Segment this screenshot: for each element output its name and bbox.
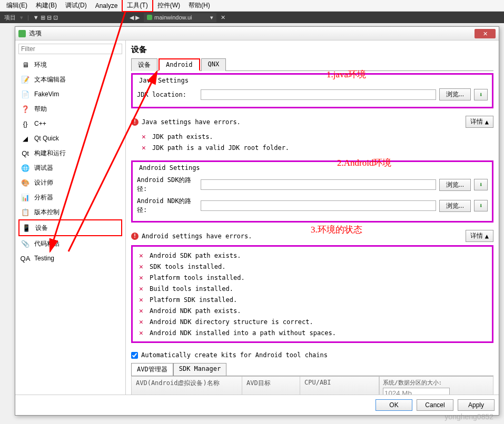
sidebar-icon: ◢ bbox=[21, 134, 30, 143]
menu-debug[interactable]: 调试(D) bbox=[61, 0, 91, 11]
ndk-label: Android NDK的路径: bbox=[137, 197, 197, 215]
check-item: ✕Android NDK directory structure is corr… bbox=[139, 316, 488, 327]
ok-button[interactable]: OK bbox=[375, 399, 412, 411]
sidebar-label: 分析器 bbox=[34, 193, 53, 202]
sidebar-item-3[interactable]: ❓帮助 bbox=[18, 102, 122, 116]
sidebar-label: Qt Quick bbox=[34, 135, 59, 142]
sidebar-item-11[interactable]: 📱设备 bbox=[18, 219, 122, 236]
sidebar-item-2[interactable]: 📄FakeVim bbox=[18, 87, 122, 102]
dialog-buttons: OK Cancel Apply bbox=[15, 395, 499, 415]
sidebar-label: 文本编辑器 bbox=[34, 75, 66, 84]
jdk-download-button[interactable]: ⬇ bbox=[474, 89, 488, 100]
sidebar-label: 代码粘贴 bbox=[34, 239, 60, 248]
check-item: ✕SDK tools installed. bbox=[139, 261, 488, 272]
sidebar-item-13[interactable]: QATesting bbox=[18, 251, 122, 266]
sidebar-item-4[interactable]: {}C++ bbox=[18, 116, 122, 131]
sdk-browse-button[interactable]: 浏览... bbox=[439, 179, 471, 191]
file-tab[interactable]: mainwindow.ui ▾ bbox=[144, 13, 216, 22]
x-icon: ✕ bbox=[139, 251, 145, 259]
menu-help[interactable]: 帮助(H) bbox=[184, 0, 214, 11]
sidebar-label: 构建和运行 bbox=[34, 149, 66, 158]
java-section: Java Settings JDK location: 浏览... ⬇ bbox=[131, 73, 493, 108]
sidebar-label: 调试器 bbox=[34, 164, 53, 173]
java-section-title: Java Settings bbox=[137, 77, 191, 84]
ndk-download-button[interactable]: ⬇ bbox=[474, 200, 488, 211]
sidebar-icon: 📊 bbox=[21, 193, 30, 202]
sidebar-item-5[interactable]: ◢Qt Quick bbox=[18, 131, 122, 146]
sidebar-icon: 📋 bbox=[21, 207, 30, 217]
jdk-browse-button[interactable]: 浏览... bbox=[439, 88, 471, 100]
sidebar-icon: 📝 bbox=[21, 75, 30, 84]
sidebar-label: 环境 bbox=[34, 60, 47, 69]
filter-input[interactable] bbox=[18, 44, 122, 54]
sidebar-item-0[interactable]: 🖥环境 bbox=[18, 57, 122, 72]
ui-file-icon bbox=[147, 15, 152, 20]
check-item: ✕Platform SDK installed. bbox=[139, 294, 488, 305]
tab-devices[interactable]: 设备 bbox=[131, 58, 157, 71]
close-button[interactable]: ✕ bbox=[475, 29, 496, 38]
sidebar-label: 帮助 bbox=[34, 105, 47, 114]
sidebar-label: Testing bbox=[34, 255, 54, 262]
sidebar-label: 设备 bbox=[35, 224, 48, 233]
page-title: 设备 bbox=[131, 45, 493, 55]
sidebar-icon: QA bbox=[21, 254, 30, 263]
sidebar-item-6[interactable]: Qt构建和运行 bbox=[18, 146, 122, 160]
x-icon: ✕ bbox=[139, 296, 145, 304]
sidebar-icon: 🎨 bbox=[21, 178, 30, 187]
menu-widgets[interactable]: 控件(W) bbox=[153, 0, 184, 11]
sdk-input[interactable] bbox=[201, 179, 436, 190]
sidebar: 🖥环境📝文本编辑器📄FakeVim❓帮助{}C++◢Qt QuickQt构建和运… bbox=[15, 41, 126, 395]
x-icon: ✕ bbox=[139, 263, 145, 270]
main-panel: 设备 设备 Android QNX Java Settings JDK loca… bbox=[126, 41, 499, 395]
sidebar-item-12[interactable]: 📎代码粘贴 bbox=[18, 236, 122, 251]
tab-qnx[interactable]: QNX bbox=[201, 58, 226, 71]
menu-edit[interactable]: 编辑(E) bbox=[2, 0, 32, 11]
check-item: ✕Platform tools installed. bbox=[139, 272, 488, 283]
ndk-browse-button[interactable]: 浏览... bbox=[439, 200, 471, 212]
menu-build[interactable]: 构建(B) bbox=[32, 0, 61, 11]
sidebar-label: C++ bbox=[34, 120, 46, 127]
auto-kits-checkbox[interactable] bbox=[131, 352, 138, 359]
check-item: ✕JDK path exists. bbox=[142, 131, 493, 142]
cancel-button[interactable]: Cancel bbox=[417, 399, 453, 411]
menu-analyze[interactable]: Analyze bbox=[91, 1, 122, 11]
check-item: ✕Build tools installed. bbox=[139, 283, 488, 294]
tab-android[interactable]: Android bbox=[159, 58, 200, 71]
check-item: ✕Android NDK path exists. bbox=[139, 305, 488, 316]
toolbar: 项目 ▾ | ▼ ⊞ ⊟ ⊡ ◀ ▶ mainwindow.ui ▾ ✕ bbox=[0, 12, 504, 23]
sidebar-item-7[interactable]: 🌐调试器 bbox=[18, 160, 122, 175]
error-icon: ! bbox=[131, 233, 139, 240]
sidebar-item-9[interactable]: 📊分析器 bbox=[18, 190, 122, 205]
avd-table: AVD(Android虚拟设备)名称 AVD目标 CPU/ABI 系统/数据分区… bbox=[131, 376, 493, 395]
sdk-manager-tab[interactable]: SDK Manager bbox=[173, 363, 226, 376]
sidebar-icon: 🖥 bbox=[21, 60, 30, 69]
ndk-input[interactable] bbox=[201, 200, 436, 211]
android-section: Android Settings Android SDK的路径: 浏览... ⬇… bbox=[131, 160, 493, 223]
detail-button-2[interactable]: 详情 ▲ bbox=[466, 230, 493, 242]
avd-manager-tab[interactable]: AVD管理器 bbox=[131, 363, 173, 376]
sdk-download-button[interactable]: ⬇ bbox=[474, 179, 488, 190]
sys-size-input[interactable] bbox=[383, 388, 450, 395]
sidebar-item-8[interactable]: 🎨设计师 bbox=[18, 175, 122, 190]
jdk-label: JDK location: bbox=[137, 91, 197, 98]
sidebar-item-1[interactable]: 📝文本编辑器 bbox=[18, 72, 122, 87]
subtabs: 设备 Android QNX bbox=[131, 58, 493, 71]
options-dialog: 选项 ✕ 🖥环境📝文本编辑器📄FakeVim❓帮助{}C++◢Qt QuickQ… bbox=[15, 26, 499, 416]
sidebar-icon: 🌐 bbox=[21, 163, 30, 173]
sidebar-item-10[interactable]: 📋版本控制 bbox=[18, 205, 122, 219]
x-icon: ✕ bbox=[142, 133, 148, 140]
dialog-title: 选项 bbox=[29, 29, 42, 38]
jdk-input[interactable] bbox=[201, 89, 436, 100]
x-icon: ✕ bbox=[142, 144, 148, 152]
sidebar-icon: {} bbox=[21, 119, 30, 128]
detail-button[interactable]: 详情 ▲ bbox=[466, 116, 493, 128]
menu-tools[interactable]: 工具(T) bbox=[122, 0, 153, 12]
apply-button[interactable]: Apply bbox=[458, 399, 495, 411]
project-label: 项目 bbox=[4, 14, 16, 22]
sidebar-label: 设计师 bbox=[34, 178, 53, 187]
x-icon: ✕ bbox=[139, 307, 145, 315]
menubar: 编辑(E) 构建(B) 调试(D) Analyze 工具(T) 控件(W) 帮助… bbox=[0, 0, 504, 12]
sidebar-label: FakeVim bbox=[34, 90, 59, 98]
sidebar-icon: 📱 bbox=[22, 223, 31, 233]
sidebar-icon: 📄 bbox=[21, 89, 30, 99]
